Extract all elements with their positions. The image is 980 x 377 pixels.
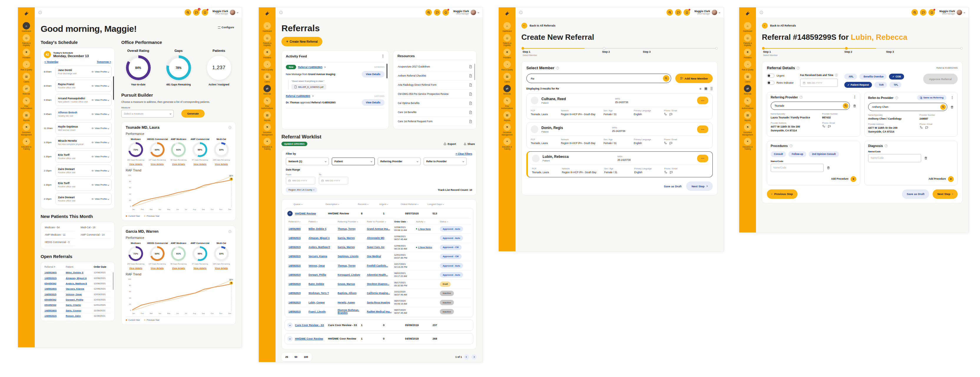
sidebar-item[interactable]: Dashboard: [739, 22, 756, 32]
page-size-button[interactable]: 25: [282, 354, 291, 360]
view-details-link[interactable]: View details: [129, 163, 143, 166]
view-profile-button[interactable]: View Profile: [91, 113, 109, 115]
view-details-link[interactable]: View details: [215, 267, 228, 270]
view-profile-button[interactable]: View Profile: [91, 141, 109, 144]
patient-link[interactable]: Dorwart, Phillip: [309, 274, 338, 276]
list-view-icon[interactable]: ≡: [700, 87, 701, 90]
view-profile-button[interactable]: View Profile: [91, 184, 109, 186]
patient-link[interactable]: Dorwart, Phillip: [66, 298, 94, 301]
referral-number-link[interactable]: 14859286S: [45, 288, 66, 290]
sidebar-item[interactable]: Providers: [259, 49, 275, 59]
retro-indicator-toggle[interactable]: [767, 81, 775, 85]
user-menu[interactable]: Maggie Clark Office Manager: [453, 10, 479, 15]
help-icon[interactable]: ?: [895, 96, 898, 99]
referral-number-link[interactable]: 14859286S: [45, 271, 66, 274]
next-step-button[interactable]: Next Step: [686, 181, 713, 191]
referral-number-link[interactable]: 148592815: [45, 293, 66, 296]
referring-provider-link[interactable]: Baptista, Allison: [338, 292, 367, 294]
collapse-chevron-button[interactable]: [287, 211, 293, 216]
sidebar-item[interactable]: Referrals: [739, 85, 756, 95]
flag-chip[interactable]: Benefits Overdue: [859, 73, 887, 80]
bell-icon[interactable]: [202, 9, 208, 16]
dots-view-icon[interactable]: ⣿: [710, 86, 713, 90]
scrollbar[interactable]: [387, 64, 387, 78]
referral-number-link[interactable]: 148592815: [288, 283, 309, 285]
column-header[interactable]: Order Date: [394, 220, 416, 223]
patient-link[interactable]: Saris, Charlie: [66, 304, 94, 306]
bell-icon[interactable]: [442, 9, 449, 16]
generate-button[interactable]: Generate: [181, 110, 205, 118]
expand-chevron-button[interactable]: [287, 323, 293, 328]
chat-icon[interactable]: [434, 9, 441, 16]
help-icon[interactable]: ?: [228, 230, 231, 233]
sidebar-item[interactable]: Risk & Quality: [499, 61, 515, 71]
user-menu[interactable]: Maggie Clark Office Manager: [213, 10, 238, 15]
sidebar-item[interactable]: Risk & Quality: [259, 61, 275, 71]
view-details-link[interactable]: View details: [151, 163, 164, 166]
referral-number-link[interactable]: 148592815: [288, 265, 309, 267]
kebab-menu-icon[interactable]: ⋮: [951, 96, 954, 99]
referral-number-link[interactable]: 148592815: [288, 292, 309, 294]
sidebar-item[interactable]: Claims: [18, 73, 35, 83]
filter-dropdown[interactable]: Referring Provider: [378, 158, 421, 165]
sidebar-item[interactable]: Document Management: [18, 123, 35, 136]
trash-icon[interactable]: [827, 166, 830, 170]
appointment-card[interactable]: Haylie Septimus Well woman exam View Pro…: [55, 122, 111, 134]
sidebar-item[interactable]: Risk & Quality: [18, 61, 35, 71]
info-icon[interactable]: i: [760, 11, 763, 14]
referral-number-link[interactable]: 654456542: [45, 304, 66, 306]
refer-to-provider-link[interactable]: Stockton Diagnos...: [367, 283, 394, 285]
view-details-link[interactable]: View details: [193, 267, 207, 270]
sidebar-item[interactable]: Claims: [739, 73, 756, 83]
procedure-code-input[interactable]: [771, 164, 824, 172]
help-icon[interactable]: ?: [556, 67, 559, 70]
referring-provider-link[interactable]: Korsgaard, Lindsey: [338, 274, 367, 276]
patient-link[interactable]: Saris, Cooper: [66, 309, 94, 312]
referral-number-link[interactable]: 148592815: [288, 255, 309, 258]
info-icon[interactable]: i: [38, 11, 42, 14]
column-header[interactable]: Urgent: [379, 203, 401, 206]
appointment-card[interactable]: Miracle Herwitz Set new complete physica…: [55, 136, 111, 149]
flag-chip[interactable]: ARL: [844, 73, 857, 80]
patient-link[interactable]: Bator, Debbie: [309, 283, 338, 285]
page-size-button[interactable]: 100: [301, 354, 311, 360]
search-icon[interactable]: [912, 9, 918, 16]
diagnosis-code-input[interactable]: [868, 154, 921, 162]
search-icon[interactable]: [663, 75, 670, 81]
sidebar-item[interactable]: Dashboard: [499, 22, 515, 32]
back-link[interactable]: Back to All Referrals: [521, 23, 718, 29]
patient-link[interactable]: Vaccaro, Kianna: [309, 255, 338, 258]
appointment-card[interactable]: Zaire Dorwart Routine office visit View …: [55, 193, 111, 205]
referral-link[interactable]: Referral #14859289S: [286, 94, 310, 97]
same-as-referring-button[interactable]: Same as Referring: [917, 95, 947, 100]
sidebar-item[interactable]: Patients & Eligibility: [18, 34, 35, 46]
bell-icon[interactable]: [929, 9, 935, 16]
scrollbar[interactable]: [113, 76, 114, 100]
info-icon[interactable]: i: [279, 11, 283, 14]
refer-to-provider-link[interactable]: Grand Avenue Ima...: [367, 228, 394, 230]
sidebar-item[interactable]: Education & Training: [739, 138, 756, 150]
procedure-type-chip[interactable]: Follow-up: [788, 152, 806, 157]
phone-icon[interactable]: [822, 125, 825, 128]
referring-provider-link[interactable]: Gouse, Marcus: [338, 283, 367, 285]
patient-link[interactable]: Workman, Terry T: [309, 292, 338, 294]
region-filter-chip[interactable]: Region: Ahn LA County×: [286, 187, 317, 192]
trash-icon[interactable]: [924, 156, 928, 160]
sidebar-item[interactable]: Document Management: [739, 123, 756, 136]
kebab-menu-icon[interactable]: ⋮: [853, 95, 856, 99]
add-new-member-button[interactable]: Add New Member: [675, 73, 713, 83]
chat-icon[interactable]: [675, 9, 681, 16]
help-icon[interactable]: ?: [797, 67, 800, 70]
add-procedure-button[interactable]: Add Procedure +: [868, 172, 954, 182]
more-actions-button[interactable]: ⋯: [697, 97, 708, 104]
appointment-card[interactable]: Erin Torff Routine office visit View Pro…: [55, 150, 111, 163]
referring-provider-link[interactable]: Thomas, Torrey: [338, 228, 367, 230]
referral-number-link[interactable]: 148592815: [288, 310, 309, 313]
procedure-type-chip[interactable]: Consult: [771, 152, 786, 157]
view-details-link[interactable]: View details: [193, 163, 207, 166]
filter-dropdown[interactable]: Patient: [332, 158, 375, 165]
sidebar-item[interactable]: Reports: [18, 111, 35, 121]
sidebar-item[interactable]: Providers: [499, 49, 515, 59]
sidebar-item[interactable]: Document Management: [259, 123, 275, 136]
column-header[interactable]: Records: [358, 203, 379, 206]
